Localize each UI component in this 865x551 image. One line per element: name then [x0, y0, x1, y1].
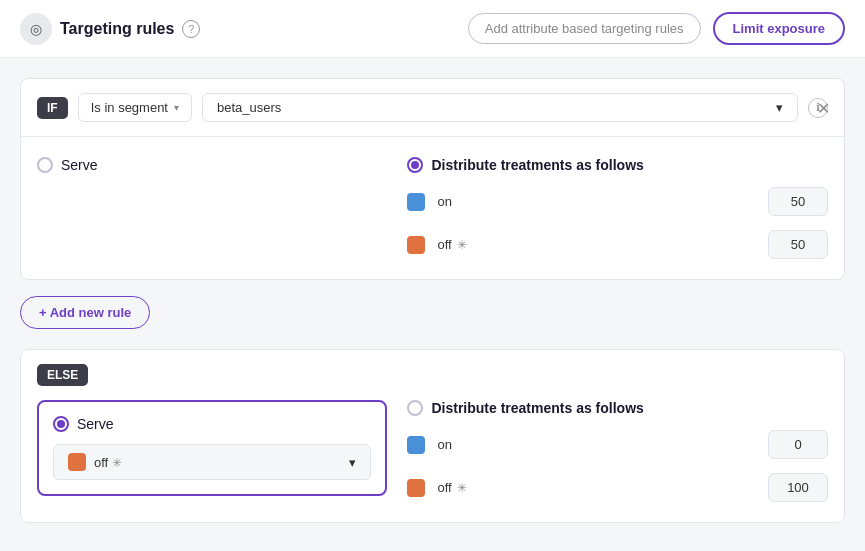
header-left: ◎ Targeting rules ?: [20, 13, 200, 45]
distribute-radio[interactable]: [407, 157, 423, 173]
else-distribute-label-text: Distribute treatments as follows: [431, 400, 643, 416]
off-color-box: [407, 236, 425, 254]
off-treatment-name: off ✳: [437, 237, 756, 252]
else-badge: ELSE: [37, 364, 88, 386]
else-distribute-radio[interactable]: [407, 400, 423, 416]
add-new-rule-button[interactable]: + Add new rule: [20, 296, 150, 329]
header: ◎ Targeting rules ? Add attribute based …: [0, 0, 865, 58]
on-treatment-value[interactable]: [768, 187, 828, 216]
close-rule-button[interactable]: ✕: [817, 98, 830, 117]
targeting-rules-icon: ◎: [20, 13, 52, 45]
if-rule-card: IF Is in segment ▾ beta_users ▾ ℹ ✕ Serv…: [20, 78, 845, 280]
condition-label: Is in segment: [91, 100, 168, 115]
limit-exposure-button[interactable]: Limit exposure: [713, 12, 845, 45]
rule-header-row: IF Is in segment ▾ beta_users ▾ ℹ ✕: [21, 79, 844, 137]
else-serve-radio-row: Serve: [53, 416, 371, 432]
else-dropdown-value: off ✳: [94, 455, 122, 470]
else-badge-wrapper: ELSE: [21, 350, 844, 400]
else-treatment-row-off: off ✳: [407, 473, 828, 502]
else-right: Distribute treatments as follows on off …: [407, 400, 828, 502]
help-icon[interactable]: ?: [182, 20, 200, 38]
on-color-box: [407, 193, 425, 211]
serve-radio[interactable]: [37, 157, 53, 173]
serve-radio-row: Serve: [37, 157, 387, 173]
else-off-treatment-value[interactable]: [768, 473, 828, 502]
else-on-color-box: [407, 436, 425, 454]
off-treatment-value[interactable]: [768, 230, 828, 259]
else-serve-label: Serve: [77, 416, 114, 432]
serve-label: Serve: [61, 157, 98, 173]
distribute-label-row: Distribute treatments as follows: [407, 157, 828, 173]
treatment-row-on: on: [407, 187, 828, 216]
condition-chevron-icon: ▾: [174, 102, 179, 113]
else-distribute-label-row: Distribute treatments as follows: [407, 400, 828, 416]
segment-select[interactable]: beta_users ▾: [202, 93, 798, 122]
rule-right: Distribute treatments as follows on off …: [407, 157, 828, 259]
segment-chevron-icon: ▾: [776, 100, 783, 115]
asterisk-icon: ✳: [457, 238, 467, 252]
page-title: Targeting rules: [60, 20, 174, 38]
else-off-color-box: [407, 479, 425, 497]
treatment-row-off: off ✳: [407, 230, 828, 259]
else-treatment-dropdown[interactable]: off ✳ ▾: [53, 444, 371, 480]
else-on-treatment-name: on: [437, 437, 756, 452]
else-dropdown-color-box: [68, 453, 86, 471]
segment-value: beta_users: [217, 100, 281, 115]
else-serve-radio[interactable]: [53, 416, 69, 432]
rule-left: Serve: [37, 157, 387, 259]
if-badge: IF: [37, 97, 68, 119]
main-content: IF Is in segment ▾ beta_users ▾ ℹ ✕ Serv…: [0, 58, 865, 543]
else-off-asterisk-icon: ✳: [457, 481, 467, 495]
condition-select[interactable]: Is in segment ▾: [78, 93, 192, 122]
else-on-treatment-value[interactable]: [768, 430, 828, 459]
else-dropdown-chevron-icon: ▾: [349, 455, 356, 470]
distribute-label-text: Distribute treatments as follows: [431, 157, 643, 173]
else-off-treatment-name: off ✳: [437, 480, 756, 495]
else-serve-box: Serve off ✳ ▾: [37, 400, 387, 496]
else-body: Serve off ✳ ▾ Distribute treatments as f…: [21, 400, 844, 522]
on-treatment-name: on: [437, 194, 756, 209]
else-dropdown-left: off ✳: [68, 453, 122, 471]
else-section: ELSE Serve off ✳ ▾: [20, 349, 845, 523]
else-asterisk-icon: ✳: [112, 456, 122, 470]
rule-body: Serve Distribute treatments as follows o…: [21, 137, 844, 279]
else-treatment-row-on: on: [407, 430, 828, 459]
else-left: Serve off ✳ ▾: [37, 400, 387, 502]
header-actions: Add attribute based targeting rules Limi…: [468, 12, 845, 45]
add-attribute-button[interactable]: Add attribute based targeting rules: [468, 13, 701, 44]
